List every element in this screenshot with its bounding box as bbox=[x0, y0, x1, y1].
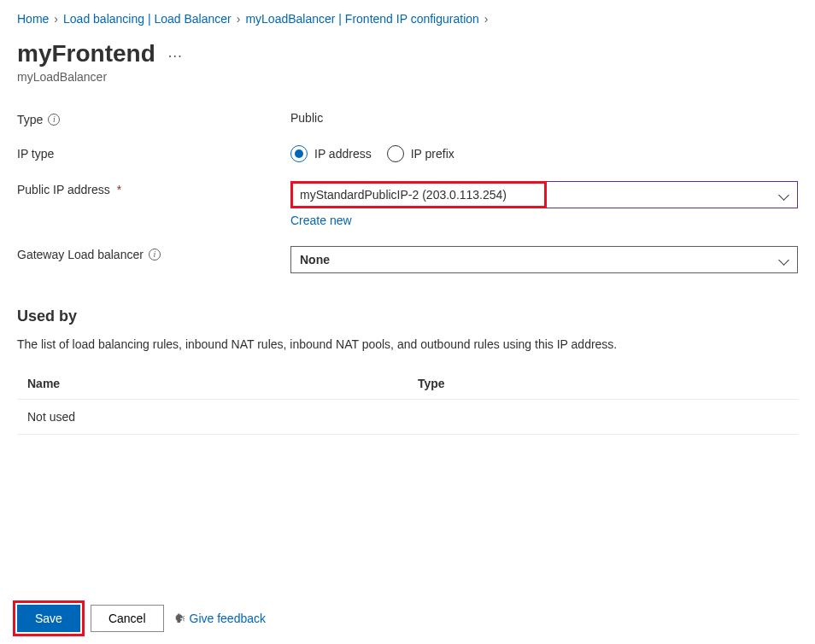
col-name[interactable]: Name bbox=[17, 368, 408, 400]
ip-type-radio-prefix[interactable]: IP prefix bbox=[387, 145, 454, 162]
used-by-description: The list of load balancing rules, inboun… bbox=[17, 337, 798, 351]
chevron-right-icon: › bbox=[237, 12, 241, 26]
gateway-lb-dropdown[interactable]: None bbox=[290, 246, 798, 273]
chevron-right-icon: › bbox=[484, 12, 489, 26]
public-ip-dropdown[interactable]: myStandardPublicIP-2 (203.0.113.254) bbox=[290, 181, 798, 208]
ip-type-radio-address[interactable]: IP address bbox=[290, 145, 372, 162]
table-row: Not used bbox=[17, 399, 798, 434]
type-label: Type bbox=[17, 113, 43, 126]
create-new-link[interactable]: Create new bbox=[290, 214, 352, 227]
radio-label-prefix: IP prefix bbox=[411, 147, 454, 161]
required-asterisk: * bbox=[117, 183, 121, 196]
breadcrumb: Home › Load balancing | Load Balancer › … bbox=[17, 12, 798, 26]
page-title: myFrontend bbox=[17, 39, 155, 68]
give-feedback-label: Give feedback bbox=[190, 612, 267, 625]
used-by-table: Name Type Not used bbox=[17, 368, 798, 435]
gateway-lb-label: Gateway Load balancer bbox=[17, 248, 144, 261]
info-icon[interactable]: i bbox=[149, 249, 161, 261]
feedback-icon: 🗣 bbox=[174, 612, 186, 625]
radio-label-address: IP address bbox=[314, 147, 372, 161]
cell-type bbox=[408, 399, 798, 434]
breadcrumb-frontend-ip-config[interactable]: myLoadBalancer | Frontend IP configurati… bbox=[245, 12, 478, 26]
public-ip-label: Public IP address bbox=[17, 183, 110, 196]
radio-selected-icon bbox=[290, 145, 308, 162]
chevron-right-icon: › bbox=[54, 12, 58, 26]
ip-type-radio-group: IP address IP prefix bbox=[290, 145, 798, 162]
cancel-button[interactable]: Cancel bbox=[91, 605, 164, 632]
ip-type-label: IP type bbox=[17, 147, 54, 161]
type-value: Public bbox=[290, 111, 323, 125]
page-subtitle: myLoadBalancer bbox=[17, 70, 798, 84]
chevron-down-icon bbox=[778, 255, 789, 265]
public-ip-dropdown-value: myStandardPublicIP-2 (203.0.113.254) bbox=[300, 188, 778, 202]
gateway-lb-dropdown-value: None bbox=[300, 253, 778, 266]
used-by-heading: Used by bbox=[17, 307, 798, 325]
give-feedback-link[interactable]: 🗣 Give feedback bbox=[174, 612, 267, 625]
info-icon[interactable]: i bbox=[48, 114, 60, 126]
breadcrumb-home[interactable]: Home bbox=[17, 12, 49, 26]
more-actions-button[interactable]: … bbox=[167, 44, 183, 63]
breadcrumb-load-balancing[interactable]: Load balancing | Load Balancer bbox=[63, 12, 232, 26]
cell-name: Not used bbox=[17, 399, 408, 434]
chevron-down-icon bbox=[778, 190, 789, 200]
save-button[interactable]: Save bbox=[17, 605, 80, 632]
col-type[interactable]: Type bbox=[408, 368, 798, 400]
footer-bar: Save Cancel 🗣 Give feedback bbox=[17, 605, 266, 632]
radio-unselected-icon bbox=[387, 145, 404, 162]
